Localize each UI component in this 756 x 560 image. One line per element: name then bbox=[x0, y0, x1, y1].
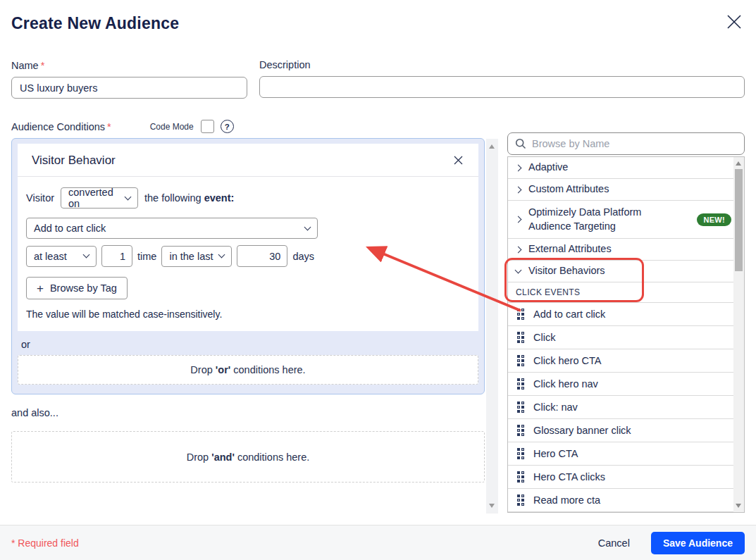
tree-group-visitor-behaviors[interactable]: Visitor Behaviors bbox=[508, 261, 744, 282]
match-type-select[interactable]: converted on bbox=[61, 187, 138, 209]
or-label: or bbox=[21, 339, 484, 350]
tree-group-custom-attributes[interactable]: Custom Attributes bbox=[508, 179, 744, 201]
case-sensitivity-note: The value will be matched case-insensiti… bbox=[26, 309, 470, 320]
required-field-note: * Required field bbox=[11, 537, 79, 549]
required-asterisk: * bbox=[107, 121, 111, 132]
browse-search-input[interactable] bbox=[532, 138, 737, 149]
count-input[interactable] bbox=[101, 245, 132, 267]
chevron-down-icon bbox=[304, 223, 311, 230]
plus-icon: + bbox=[37, 282, 44, 294]
event-select[interactable]: Add to cart click bbox=[26, 218, 318, 239]
scroll-up-icon[interactable] bbox=[489, 144, 495, 149]
or-drop-text: Drop 'or' conditions here. bbox=[190, 364, 305, 375]
drag-handle-icon[interactable] bbox=[517, 471, 524, 483]
chevron-down-icon bbox=[83, 251, 90, 259]
event-item[interactable]: Click bbox=[508, 326, 744, 349]
conditions-scrollbar[interactable] bbox=[486, 139, 498, 514]
drag-handle-icon[interactable] bbox=[517, 309, 524, 320]
event-item[interactable]: Read more cta bbox=[508, 489, 744, 512]
chevron-right-icon bbox=[515, 186, 522, 193]
scroll-down-icon[interactable] bbox=[489, 504, 495, 508]
event-item[interactable]: Hero CTA bbox=[508, 442, 744, 466]
event-item[interactable]: Click: nav bbox=[508, 396, 744, 419]
save-audience-button[interactable]: Save Audience bbox=[651, 532, 745, 554]
days-input[interactable] bbox=[237, 245, 287, 267]
time-unit-label: time bbox=[137, 251, 156, 262]
scroll-down-icon[interactable] bbox=[736, 504, 741, 508]
event-item[interactable]: Click hero CTA bbox=[508, 349, 744, 373]
and-drop-zone[interactable]: Drop 'and' conditions here. bbox=[11, 431, 485, 483]
code-mode-label: Code Mode bbox=[150, 122, 194, 132]
name-input[interactable] bbox=[11, 77, 247, 99]
drag-handle-icon[interactable] bbox=[517, 355, 524, 366]
condition-card-title: Visitor Behavior bbox=[32, 154, 116, 168]
chevron-down-icon bbox=[218, 251, 225, 259]
close-icon[interactable] bbox=[725, 13, 743, 31]
name-label: Name* bbox=[11, 60, 247, 71]
drag-handle-icon[interactable] bbox=[517, 425, 524, 436]
tree-group-adaptive[interactable]: Adaptive bbox=[508, 157, 744, 179]
days-unit-label: days bbox=[292, 251, 314, 262]
audience-conditions-label: Audience Conditions* bbox=[11, 121, 111, 132]
event-item[interactable]: Hero CTA clicks bbox=[508, 466, 744, 489]
drag-handle-icon[interactable] bbox=[517, 494, 524, 506]
attribute-tree: Adaptive Custom Attributes Optimizely Da… bbox=[507, 156, 745, 513]
event-item[interactable]: Add to cart click bbox=[508, 303, 744, 326]
new-badge: NEW! bbox=[697, 213, 731, 226]
drag-handle-icon[interactable] bbox=[517, 332, 524, 343]
visitor-label: Visitor bbox=[26, 192, 54, 204]
and-also-label: and also... bbox=[11, 407, 58, 418]
frequency-select[interactable]: at least bbox=[26, 246, 97, 267]
cancel-button[interactable]: Cancel bbox=[598, 537, 630, 549]
or-drop-zone[interactable]: Drop 'or' conditions here. bbox=[18, 355, 478, 385]
page-title: Create New Audience bbox=[11, 14, 179, 33]
required-asterisk: * bbox=[41, 60, 45, 71]
tree-scrollbar[interactable] bbox=[733, 157, 744, 512]
chevron-down-icon bbox=[515, 267, 522, 274]
following-event-label: the following event: bbox=[144, 192, 234, 204]
tree-group-odp-audience-targeting[interactable]: Optimizely Data Platform Audience Target… bbox=[508, 201, 744, 239]
click-events-section-header: CLICK EVENTS bbox=[508, 282, 744, 303]
and-drop-text: Drop 'and' conditions here. bbox=[187, 452, 310, 463]
event-item[interactable]: Glossary banner click bbox=[508, 419, 744, 442]
scrollbar-thumb[interactable] bbox=[735, 169, 743, 271]
remove-condition-icon[interactable] bbox=[453, 155, 464, 166]
browse-search-box[interactable] bbox=[507, 132, 745, 155]
scroll-up-icon[interactable] bbox=[736, 161, 741, 166]
tree-group-external-attributes[interactable]: External Attributes bbox=[508, 239, 744, 261]
range-select[interactable]: in the last bbox=[161, 246, 232, 267]
search-icon bbox=[515, 138, 526, 149]
drag-handle-icon[interactable] bbox=[517, 378, 524, 390]
chevron-down-icon bbox=[125, 193, 132, 200]
chevron-right-icon bbox=[515, 216, 522, 223]
visitor-behavior-card: Visitor Behavior Visitor converted on th… bbox=[11, 138, 485, 394]
browse-by-tag-button[interactable]: + Browse by Tag bbox=[26, 277, 128, 299]
drag-handle-icon[interactable] bbox=[517, 402, 524, 413]
chevron-right-icon bbox=[515, 246, 522, 253]
description-input[interactable] bbox=[259, 76, 745, 98]
code-mode-checkbox[interactable] bbox=[201, 120, 214, 133]
drag-handle-icon[interactable] bbox=[517, 448, 524, 459]
event-item[interactable]: Click hero nav bbox=[508, 373, 744, 396]
description-label: Description bbox=[259, 59, 745, 70]
chevron-right-icon bbox=[515, 164, 522, 171]
help-icon[interactable]: ? bbox=[221, 120, 234, 133]
modal-footer: * Required field Cancel Save Audience bbox=[0, 525, 756, 560]
